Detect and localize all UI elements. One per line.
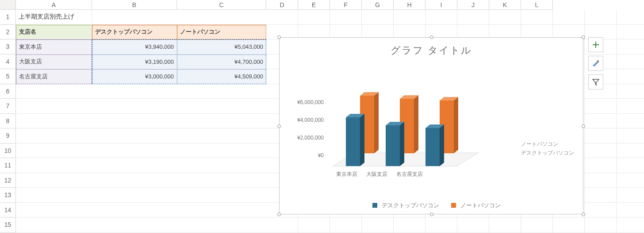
cell-A4-branch[interactable]: 大阪支店 <box>16 54 92 70</box>
svg-marker-12 <box>400 122 404 166</box>
col-header-B[interactable]: B <box>92 0 177 10</box>
chart-title[interactable]: グラフ タイトル <box>280 44 583 57</box>
chart-x-categories: 東京本店 大阪支店 名古屋支店 <box>333 171 483 178</box>
legend-swatch-laptop <box>451 203 456 208</box>
svg-marker-15 <box>454 97 458 153</box>
resize-handle-s[interactable] <box>430 213 433 216</box>
xcat: 東京本店 <box>336 171 357 178</box>
cell-B2-header-desktop[interactable]: デスクトップパソコン <box>92 25 177 40</box>
resize-handle-e[interactable] <box>582 124 585 128</box>
ytick: ¥6,000,000 <box>287 100 324 117</box>
cell-B3[interactable]: ¥3,940,000 <box>92 39 177 54</box>
ytick: ¥2,000,000 <box>287 135 324 153</box>
row-header-12[interactable]: 12 <box>0 173 16 188</box>
col-header-K[interactable]: K <box>489 0 521 10</box>
col-header-J[interactable]: J <box>457 0 489 10</box>
row-header-4[interactable]: 4 <box>0 54 16 70</box>
svg-rect-10 <box>386 125 400 166</box>
cell-C2-header-laptop[interactable]: ノートパソコン <box>177 25 266 40</box>
col-header-G[interactable]: G <box>362 0 394 10</box>
resize-handle-w[interactable] <box>277 124 281 128</box>
xcat: 大阪支店 <box>366 171 387 178</box>
row-header-8[interactable]: 8 <box>0 114 16 129</box>
row-header-15[interactable]: 15 <box>0 217 16 233</box>
svg-marker-9 <box>414 95 418 153</box>
row-header-9[interactable]: 9 <box>0 128 16 144</box>
resize-handle-n[interactable] <box>430 35 433 39</box>
row-header-14[interactable]: 14 <box>0 203 16 218</box>
chart-elements-button[interactable] <box>588 37 603 52</box>
svg-marker-3 <box>374 92 379 153</box>
svg-rect-21 <box>597 60 599 62</box>
depth-label-front: デスクトップパソコン <box>521 148 574 157</box>
plus-icon <box>592 41 600 49</box>
ytick: ¥4,000,000 <box>287 117 324 135</box>
depth-label-back: ノートパソコン <box>521 140 574 148</box>
row-header-7[interactable]: 7 <box>0 99 16 114</box>
cell-A5-branch[interactable]: 名古屋支店 <box>16 69 92 84</box>
ytick: ¥0 <box>287 153 324 171</box>
funnel-icon <box>592 78 600 86</box>
select-all-cell[interactable] <box>0 0 16 10</box>
embedded-chart[interactable]: グラフ タイトル ¥6,000,000 ¥4,000,000 ¥2,000,00… <box>279 37 583 214</box>
col-header-E[interactable]: E <box>298 0 330 10</box>
spreadsheet-view: A B C D E F G H I J K L 1 2 3 4 5 6 7 8 … <box>0 0 644 233</box>
row-headers: 1 2 3 4 5 6 7 8 9 10 11 12 13 14 15 <box>0 10 16 233</box>
resize-handle-nw[interactable] <box>277 35 281 39</box>
legend-label-desktop: デスクトップパソコン <box>382 202 439 209</box>
xcat: 名古屋支店 <box>396 171 423 178</box>
legend-label-laptop: ノートパソコン <box>460 202 501 209</box>
col-header-L[interactable]: L <box>521 0 553 10</box>
chart-y-axis: ¥6,000,000 ¥4,000,000 ¥2,000,000 ¥0 <box>287 100 324 171</box>
cell-C5[interactable]: ¥4,509,000 <box>177 69 266 84</box>
brush-icon <box>591 59 600 68</box>
row-header-11[interactable]: 11 <box>0 158 16 173</box>
chart-filter-button[interactable] <box>588 74 603 89</box>
cell-A2-header-branch[interactable]: 支店名 <box>16 25 92 40</box>
row-header-1[interactable]: 1 <box>0 10 16 25</box>
resize-handle-se[interactable] <box>582 213 585 216</box>
svg-marker-22 <box>593 79 599 85</box>
col-header-H[interactable]: H <box>394 0 426 10</box>
col-header-D[interactable]: D <box>266 0 298 10</box>
chart-plot-3d <box>333 78 483 184</box>
cell-C3[interactable]: ¥5,043,000 <box>177 39 266 54</box>
cell-A1-title[interactable]: 上半期支店別売上げ <box>16 10 92 25</box>
legend-swatch-desktop <box>372 203 377 208</box>
svg-marker-6 <box>360 114 364 166</box>
column-headers: A B C D E F G H I J K L <box>0 0 644 10</box>
cell-A3-branch[interactable]: 東京本店 <box>16 39 92 54</box>
row-header-10[interactable]: 10 <box>0 144 16 159</box>
svg-rect-4 <box>346 117 360 166</box>
cell-C4[interactable]: ¥4,700,000 <box>177 54 266 70</box>
cell-B4[interactable]: ¥3,190,000 <box>92 54 177 70</box>
row-header-5[interactable]: 5 <box>0 69 16 84</box>
row-header-13[interactable]: 13 <box>0 188 16 203</box>
col-header-A[interactable]: A <box>16 0 92 10</box>
resize-handle-sw[interactable] <box>277 213 281 216</box>
cell-B5[interactable]: ¥3,000,000 <box>92 69 177 84</box>
svg-marker-18 <box>440 124 444 166</box>
col-header-F[interactable]: F <box>330 0 362 10</box>
chart-legend[interactable]: デスクトップパソコン ノートパソコン <box>280 202 583 210</box>
row-header-2[interactable]: 2 <box>0 25 16 40</box>
chart-depth-labels: ノートパソコン デスクトップパソコン <box>521 140 574 157</box>
col-header-I[interactable]: I <box>426 0 457 10</box>
svg-rect-16 <box>426 128 440 166</box>
resize-handle-ne[interactable] <box>582 35 585 39</box>
col-header-C[interactable]: C <box>177 0 266 10</box>
chart-styles-button[interactable] <box>588 56 603 71</box>
row-header-6[interactable]: 6 <box>0 84 16 99</box>
chart-side-buttons <box>588 37 603 93</box>
row-header-3[interactable]: 3 <box>0 39 16 54</box>
